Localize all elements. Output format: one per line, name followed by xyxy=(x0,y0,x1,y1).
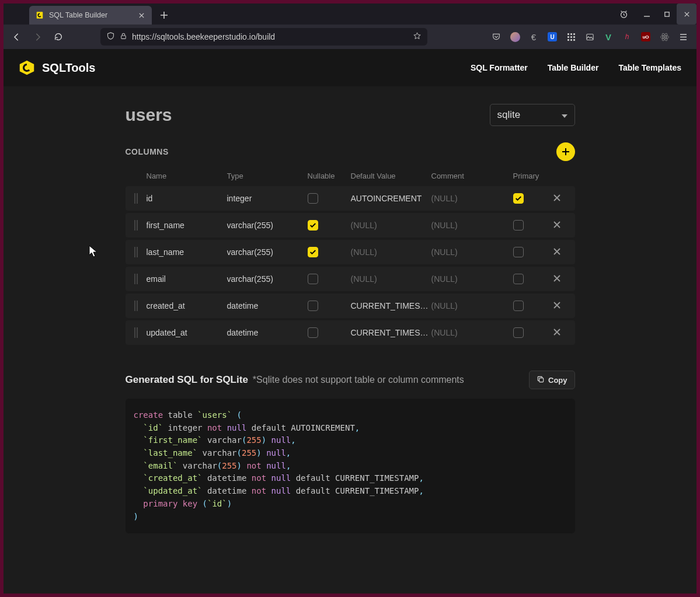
primary-checkbox[interactable] xyxy=(513,274,524,284)
new-tab-button[interactable] xyxy=(155,6,173,24)
tab-close-icon[interactable] xyxy=(137,11,146,20)
drag-handle-icon[interactable] xyxy=(126,301,147,311)
table-row: updated_atdatetimeCURRENT_TIMES…(NULL) xyxy=(126,320,575,345)
shield-icon[interactable] xyxy=(106,32,115,42)
nullable-checkbox[interactable] xyxy=(308,193,318,204)
reload-button[interactable] xyxy=(50,29,67,45)
cell-default[interactable]: (NULL) xyxy=(351,247,431,257)
bookmark-star-icon[interactable] xyxy=(413,32,422,42)
cell-comment[interactable]: (NULL) xyxy=(431,301,513,310)
cell-default[interactable]: (NULL) xyxy=(351,274,431,284)
nav-links: SQL Formatter Table Builder Table Templa… xyxy=(471,63,681,72)
cell-default[interactable]: (NULL) xyxy=(351,221,431,230)
drag-handle-icon[interactable] xyxy=(126,327,147,338)
hamburger-menu-icon[interactable] xyxy=(678,32,688,42)
nav-sql-formatter[interactable]: SQL Formatter xyxy=(471,63,528,72)
cell-comment[interactable]: (NULL) xyxy=(431,274,513,284)
ext-grid-icon[interactable] xyxy=(566,32,576,42)
delete-row-button[interactable] xyxy=(553,248,561,257)
browser-window: SQL Table Builder https://sqltools.beeke… xyxy=(4,4,696,593)
delete-row-button[interactable] xyxy=(553,221,561,231)
back-button[interactable] xyxy=(8,29,25,45)
primary-checkbox[interactable] xyxy=(513,247,524,257)
cell-comment[interactable]: (NULL) xyxy=(431,328,513,337)
cell-name[interactable]: last_name xyxy=(147,247,227,257)
ext-gnome-icon[interactable]: € xyxy=(528,32,539,42)
cell-type[interactable]: integer xyxy=(227,194,308,203)
ext-ublock-icon[interactable]: uO xyxy=(640,32,651,42)
svg-marker-17 xyxy=(20,61,34,75)
generated-note: *Sqlite does not support table or column… xyxy=(253,375,464,385)
drag-handle-icon[interactable] xyxy=(126,193,147,204)
drag-handle-icon[interactable] xyxy=(126,274,147,284)
delete-row-button[interactable] xyxy=(553,275,561,284)
delete-row-button[interactable] xyxy=(553,194,561,204)
copy-button[interactable]: Copy xyxy=(529,371,575,389)
forward-button[interactable] xyxy=(29,29,46,45)
dialect-select[interactable]: sqlite xyxy=(490,104,575,126)
cell-type[interactable]: datetime xyxy=(227,328,308,337)
close-window-button[interactable] xyxy=(677,4,696,25)
copy-icon xyxy=(537,375,545,385)
cell-type[interactable]: varchar(255) xyxy=(227,247,308,257)
table-row: first_namevarchar(255)(NULL)(NULL) xyxy=(126,213,575,238)
window-controls xyxy=(614,4,696,25)
ext-bitwarden-icon[interactable]: U xyxy=(547,32,558,42)
drag-handle-icon[interactable] xyxy=(126,247,147,257)
nav-table-builder[interactable]: Table Builder xyxy=(548,63,599,72)
table-row: emailvarchar(255)(NULL)(NULL) xyxy=(126,267,575,291)
drag-handle-icon[interactable] xyxy=(126,220,147,231)
brand-logo-icon xyxy=(19,60,35,76)
cell-comment[interactable]: (NULL) xyxy=(431,247,513,257)
cell-comment[interactable]: (NULL) xyxy=(431,221,513,230)
delete-row-button[interactable] xyxy=(553,302,561,311)
maximize-button[interactable] xyxy=(657,4,677,25)
col-header-default: Default Value xyxy=(351,172,431,180)
page-content: SQLTools SQL Formatter Table Builder Tab… xyxy=(4,49,696,593)
cell-name[interactable]: email xyxy=(147,274,227,284)
cell-default[interactable]: CURRENT_TIMES… xyxy=(351,301,431,310)
cell-type[interactable]: datetime xyxy=(227,301,308,310)
nullable-checkbox[interactable] xyxy=(308,247,318,257)
alarm-icon[interactable] xyxy=(614,4,633,25)
primary-checkbox[interactable] xyxy=(513,193,524,204)
cell-name[interactable]: updated_at xyxy=(147,328,227,337)
cell-name[interactable]: first_name xyxy=(147,221,227,230)
nullable-checkbox[interactable] xyxy=(308,274,318,284)
columns-label: COLUMNS xyxy=(126,147,169,156)
cell-type[interactable]: varchar(255) xyxy=(227,221,308,230)
cell-type[interactable]: varchar(255) xyxy=(227,274,308,284)
nullable-checkbox[interactable] xyxy=(308,327,318,338)
nullable-checkbox[interactable] xyxy=(308,220,318,231)
url-bar[interactable]: https://sqltools.beekeeperstudio.io/buil… xyxy=(100,28,427,46)
nav-table-templates[interactable]: Table Templates xyxy=(618,63,681,72)
cell-default[interactable]: AUTOINCREMENT xyxy=(351,194,431,203)
pocket-icon[interactable] xyxy=(491,32,502,42)
browser-tab[interactable]: SQL Table Builder xyxy=(29,6,152,25)
app-root: SQLTools SQL Formatter Table Builder Tab… xyxy=(4,49,696,593)
primary-checkbox[interactable] xyxy=(513,220,524,231)
ext-vue-icon[interactable]: V xyxy=(603,32,614,42)
primary-checkbox[interactable] xyxy=(513,327,524,338)
url-text: https://sqltools.beekeeperstudio.io/buil… xyxy=(132,32,408,41)
svg-point-16 xyxy=(664,36,665,37)
brand[interactable]: SQLTools xyxy=(19,60,95,76)
primary-checkbox[interactable] xyxy=(513,301,524,311)
ext-picture-icon[interactable] xyxy=(584,32,595,42)
cell-default[interactable]: CURRENT_TIMES… xyxy=(351,328,431,337)
favicon-icon xyxy=(35,11,44,20)
add-column-button[interactable] xyxy=(556,142,575,161)
minimize-button[interactable] xyxy=(637,4,657,25)
ext-avatar-icon[interactable] xyxy=(510,32,520,42)
table-name-title[interactable]: users xyxy=(126,105,490,125)
cell-name[interactable]: created_at xyxy=(147,301,227,310)
delete-row-button[interactable] xyxy=(553,329,561,338)
cell-comment[interactable]: (NULL) xyxy=(431,194,513,203)
ext-react-icon[interactable] xyxy=(659,32,670,42)
nullable-checkbox[interactable] xyxy=(308,301,318,311)
generated-sql-code[interactable]: create table `users` ( `id` integer not … xyxy=(126,399,575,533)
cell-name[interactable]: id xyxy=(147,194,227,203)
ext-h-icon[interactable]: h xyxy=(622,32,632,42)
col-header-type: Type xyxy=(227,172,308,180)
lock-icon[interactable] xyxy=(120,32,127,41)
